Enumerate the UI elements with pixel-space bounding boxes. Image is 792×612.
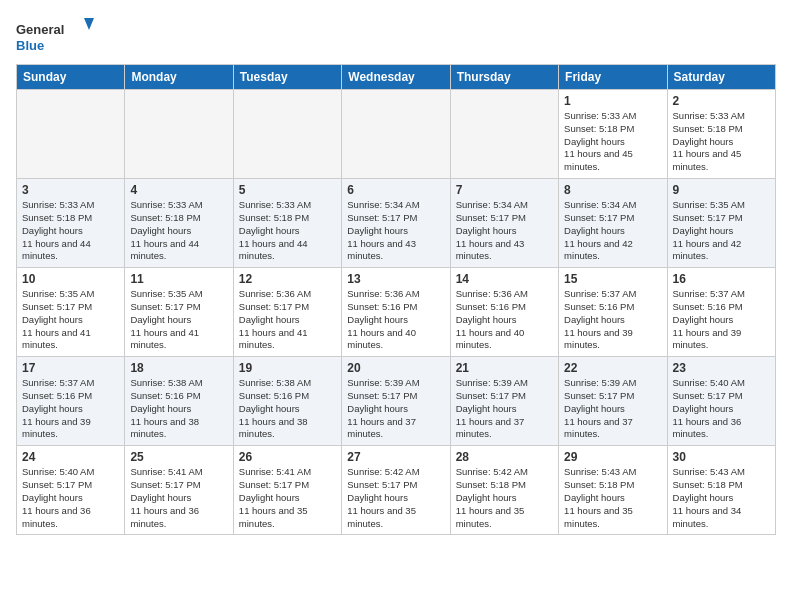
day-info: Sunrise: 5:38 AMSunset: 5:16 PMDaylight …	[130, 377, 227, 441]
calendar-day-1: 1Sunrise: 5:33 AMSunset: 5:18 PMDaylight…	[559, 90, 667, 179]
day-info: Sunrise: 5:37 AMSunset: 5:16 PMDaylight …	[673, 288, 770, 352]
day-number: 25	[130, 450, 227, 464]
day-number: 3	[22, 183, 119, 197]
day-number: 19	[239, 361, 336, 375]
calendar-header-row: SundayMondayTuesdayWednesdayThursdayFrid…	[17, 65, 776, 90]
calendar-day-23: 23Sunrise: 5:40 AMSunset: 5:17 PMDayligh…	[667, 357, 775, 446]
calendar-day-29: 29Sunrise: 5:43 AMSunset: 5:18 PMDayligh…	[559, 446, 667, 535]
logo-svg: General Blue	[16, 16, 96, 56]
calendar-day-13: 13Sunrise: 5:36 AMSunset: 5:16 PMDayligh…	[342, 268, 450, 357]
calendar-day-30: 30Sunrise: 5:43 AMSunset: 5:18 PMDayligh…	[667, 446, 775, 535]
calendar-day-18: 18Sunrise: 5:38 AMSunset: 5:16 PMDayligh…	[125, 357, 233, 446]
calendar-day-2: 2Sunrise: 5:33 AMSunset: 5:18 PMDaylight…	[667, 90, 775, 179]
calendar-week-1: 1Sunrise: 5:33 AMSunset: 5:18 PMDaylight…	[17, 90, 776, 179]
calendar-week-4: 17Sunrise: 5:37 AMSunset: 5:16 PMDayligh…	[17, 357, 776, 446]
day-info: Sunrise: 5:42 AMSunset: 5:17 PMDaylight …	[347, 466, 444, 530]
day-info: Sunrise: 5:40 AMSunset: 5:17 PMDaylight …	[673, 377, 770, 441]
day-info: Sunrise: 5:35 AMSunset: 5:17 PMDaylight …	[673, 199, 770, 263]
calendar-day-5: 5Sunrise: 5:33 AMSunset: 5:18 PMDaylight…	[233, 179, 341, 268]
day-info: Sunrise: 5:36 AMSunset: 5:16 PMDaylight …	[456, 288, 553, 352]
svg-text:Blue: Blue	[16, 38, 44, 53]
calendar-day-17: 17Sunrise: 5:37 AMSunset: 5:16 PMDayligh…	[17, 357, 125, 446]
day-info: Sunrise: 5:33 AMSunset: 5:18 PMDaylight …	[673, 110, 770, 174]
day-number: 18	[130, 361, 227, 375]
calendar-day-3: 3Sunrise: 5:33 AMSunset: 5:18 PMDaylight…	[17, 179, 125, 268]
logo: General Blue	[16, 16, 96, 56]
calendar-day-12: 12Sunrise: 5:36 AMSunset: 5:17 PMDayligh…	[233, 268, 341, 357]
day-number: 7	[456, 183, 553, 197]
calendar-week-5: 24Sunrise: 5:40 AMSunset: 5:17 PMDayligh…	[17, 446, 776, 535]
day-info: Sunrise: 5:38 AMSunset: 5:16 PMDaylight …	[239, 377, 336, 441]
day-info: Sunrise: 5:42 AMSunset: 5:18 PMDaylight …	[456, 466, 553, 530]
day-number: 21	[456, 361, 553, 375]
calendar-table: SundayMondayTuesdayWednesdayThursdayFrid…	[16, 64, 776, 535]
day-info: Sunrise: 5:37 AMSunset: 5:16 PMDaylight …	[564, 288, 661, 352]
calendar-day-28: 28Sunrise: 5:42 AMSunset: 5:18 PMDayligh…	[450, 446, 558, 535]
day-number: 27	[347, 450, 444, 464]
calendar-day-empty	[342, 90, 450, 179]
day-info: Sunrise: 5:40 AMSunset: 5:17 PMDaylight …	[22, 466, 119, 530]
weekday-header-friday: Friday	[559, 65, 667, 90]
day-info: Sunrise: 5:39 AMSunset: 5:17 PMDaylight …	[347, 377, 444, 441]
day-number: 30	[673, 450, 770, 464]
day-number: 11	[130, 272, 227, 286]
day-number: 23	[673, 361, 770, 375]
day-info: Sunrise: 5:41 AMSunset: 5:17 PMDaylight …	[239, 466, 336, 530]
day-number: 14	[456, 272, 553, 286]
day-info: Sunrise: 5:39 AMSunset: 5:17 PMDaylight …	[456, 377, 553, 441]
day-number: 8	[564, 183, 661, 197]
day-number: 10	[22, 272, 119, 286]
day-info: Sunrise: 5:36 AMSunset: 5:16 PMDaylight …	[347, 288, 444, 352]
calendar-day-4: 4Sunrise: 5:33 AMSunset: 5:18 PMDaylight…	[125, 179, 233, 268]
day-info: Sunrise: 5:35 AMSunset: 5:17 PMDaylight …	[130, 288, 227, 352]
day-number: 26	[239, 450, 336, 464]
day-info: Sunrise: 5:34 AMSunset: 5:17 PMDaylight …	[347, 199, 444, 263]
calendar-day-26: 26Sunrise: 5:41 AMSunset: 5:17 PMDayligh…	[233, 446, 341, 535]
day-info: Sunrise: 5:43 AMSunset: 5:18 PMDaylight …	[564, 466, 661, 530]
calendar-day-15: 15Sunrise: 5:37 AMSunset: 5:16 PMDayligh…	[559, 268, 667, 357]
day-number: 5	[239, 183, 336, 197]
day-number: 2	[673, 94, 770, 108]
day-number: 6	[347, 183, 444, 197]
calendar-day-19: 19Sunrise: 5:38 AMSunset: 5:16 PMDayligh…	[233, 357, 341, 446]
calendar-day-22: 22Sunrise: 5:39 AMSunset: 5:17 PMDayligh…	[559, 357, 667, 446]
calendar-day-27: 27Sunrise: 5:42 AMSunset: 5:17 PMDayligh…	[342, 446, 450, 535]
calendar-day-16: 16Sunrise: 5:37 AMSunset: 5:16 PMDayligh…	[667, 268, 775, 357]
calendar-day-empty	[17, 90, 125, 179]
day-number: 13	[347, 272, 444, 286]
day-info: Sunrise: 5:34 AMSunset: 5:17 PMDaylight …	[564, 199, 661, 263]
day-number: 20	[347, 361, 444, 375]
weekday-header-saturday: Saturday	[667, 65, 775, 90]
calendar-day-7: 7Sunrise: 5:34 AMSunset: 5:17 PMDaylight…	[450, 179, 558, 268]
svg-text:General: General	[16, 22, 64, 37]
calendar-week-2: 3Sunrise: 5:33 AMSunset: 5:18 PMDaylight…	[17, 179, 776, 268]
day-number: 29	[564, 450, 661, 464]
calendar-day-20: 20Sunrise: 5:39 AMSunset: 5:17 PMDayligh…	[342, 357, 450, 446]
calendar-day-21: 21Sunrise: 5:39 AMSunset: 5:17 PMDayligh…	[450, 357, 558, 446]
calendar-day-14: 14Sunrise: 5:36 AMSunset: 5:16 PMDayligh…	[450, 268, 558, 357]
day-info: Sunrise: 5:35 AMSunset: 5:17 PMDaylight …	[22, 288, 119, 352]
calendar-day-25: 25Sunrise: 5:41 AMSunset: 5:17 PMDayligh…	[125, 446, 233, 535]
day-info: Sunrise: 5:33 AMSunset: 5:18 PMDaylight …	[564, 110, 661, 174]
calendar-week-3: 10Sunrise: 5:35 AMSunset: 5:17 PMDayligh…	[17, 268, 776, 357]
day-number: 22	[564, 361, 661, 375]
day-info: Sunrise: 5:39 AMSunset: 5:17 PMDaylight …	[564, 377, 661, 441]
calendar-day-8: 8Sunrise: 5:34 AMSunset: 5:17 PMDaylight…	[559, 179, 667, 268]
weekday-header-tuesday: Tuesday	[233, 65, 341, 90]
weekday-header-thursday: Thursday	[450, 65, 558, 90]
day-info: Sunrise: 5:41 AMSunset: 5:17 PMDaylight …	[130, 466, 227, 530]
day-number: 15	[564, 272, 661, 286]
day-number: 17	[22, 361, 119, 375]
calendar-day-24: 24Sunrise: 5:40 AMSunset: 5:17 PMDayligh…	[17, 446, 125, 535]
day-info: Sunrise: 5:33 AMSunset: 5:18 PMDaylight …	[130, 199, 227, 263]
calendar-day-6: 6Sunrise: 5:34 AMSunset: 5:17 PMDaylight…	[342, 179, 450, 268]
day-info: Sunrise: 5:33 AMSunset: 5:18 PMDaylight …	[239, 199, 336, 263]
day-info: Sunrise: 5:33 AMSunset: 5:18 PMDaylight …	[22, 199, 119, 263]
weekday-header-sunday: Sunday	[17, 65, 125, 90]
day-info: Sunrise: 5:36 AMSunset: 5:17 PMDaylight …	[239, 288, 336, 352]
day-number: 24	[22, 450, 119, 464]
page-header: General Blue	[16, 16, 776, 56]
calendar-day-empty	[125, 90, 233, 179]
day-number: 4	[130, 183, 227, 197]
calendar-day-empty	[450, 90, 558, 179]
